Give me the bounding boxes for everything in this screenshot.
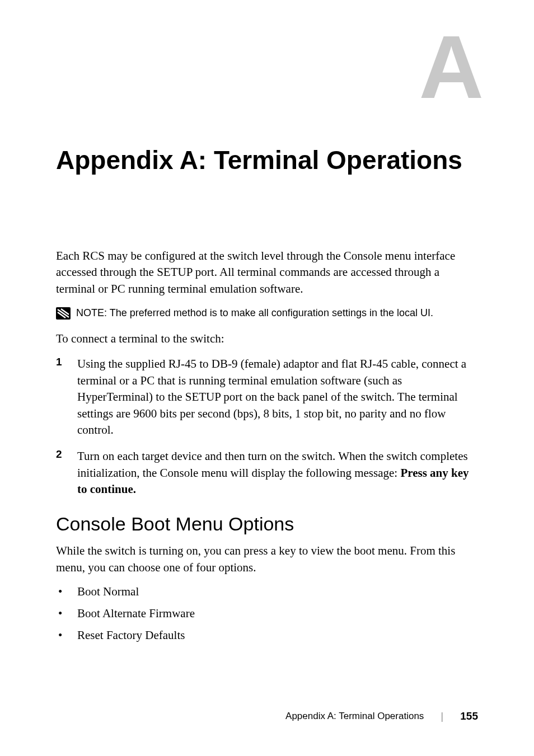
list-content: Turn on each target device and then turn… [77, 448, 478, 497]
connect-intro: To connect a terminal to the switch: [56, 332, 478, 346]
appendix-letter: A [56, 22, 484, 112]
list-item: • Boot Normal [56, 585, 478, 599]
page-title: Appendix A: Terminal Operations [56, 145, 478, 175]
bullet-marker: • [56, 585, 77, 599]
note-block: NOTE: The preferred method is to make al… [56, 306, 478, 320]
footer-page-number: 155 [460, 710, 478, 722]
list-item: • Boot Alternate Firmware [56, 607, 478, 621]
list-marker: 2 [56, 448, 77, 497]
bullet-content: Reset Factory Defaults [77, 628, 185, 642]
list-item: • Reset Factory Defaults [56, 628, 478, 642]
list-item: 2 Turn on each target device and then tu… [56, 448, 478, 497]
footer-text: Appendix A: Terminal Operations [285, 711, 424, 722]
intro-paragraph: Each RCS may be configured at the switch… [56, 248, 478, 297]
list-content: Using the supplied RJ-45 to DB-9 (female… [77, 356, 478, 438]
note-body: The preferred method is to make all conf… [110, 307, 433, 318]
bullet-content: Boot Normal [77, 585, 139, 599]
note-icon [56, 307, 71, 320]
footer-divider: | [441, 710, 443, 722]
list-item: 1 Using the supplied RJ-45 to DB-9 (fema… [56, 356, 478, 438]
note-text: NOTE: The preferred method is to make al… [76, 306, 433, 320]
bullet-list: • Boot Normal • Boot Alternate Firmware … [56, 585, 478, 642]
page-footer: Appendix A: Terminal Operations | 155 [285, 710, 478, 722]
section-body: While the switch is turning on, you can … [56, 543, 478, 576]
bullet-content: Boot Alternate Firmware [77, 607, 195, 621]
bullet-marker: • [56, 628, 77, 642]
bullet-marker: • [56, 607, 77, 621]
section-heading: Console Boot Menu Options [56, 513, 478, 535]
note-label: NOTE: [76, 307, 110, 318]
list-marker: 1 [56, 356, 77, 438]
numbered-list: 1 Using the supplied RJ-45 to DB-9 (fema… [56, 356, 478, 497]
